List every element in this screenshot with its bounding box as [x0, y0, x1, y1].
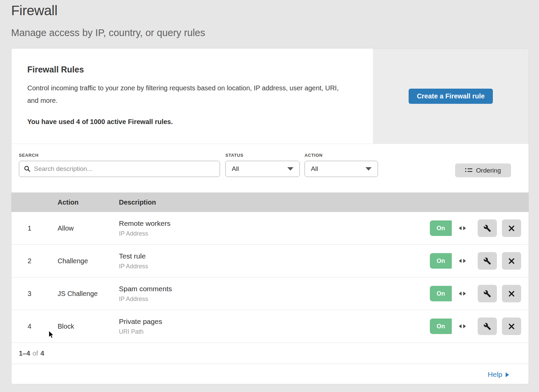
table-header-description: Description — [119, 199, 529, 206]
toggle-arrows-icon[interactable] — [452, 286, 473, 301]
ordering-button-label: Ordering — [476, 167, 501, 174]
pagination-of: of — [32, 350, 38, 357]
table-header: Action Description — [11, 192, 529, 212]
close-icon — [508, 225, 515, 232]
page-header: Firewall Manage access by IP, country, o… — [11, 3, 205, 38]
search-label: SEARCH — [19, 153, 39, 158]
edit-rule-button[interactable] — [478, 285, 497, 302]
intro-description: Control incoming traffic to your zone by… — [27, 82, 346, 107]
toggle-arrows-icon[interactable] — [452, 253, 473, 269]
rule-controls: On — [430, 310, 521, 342]
action-select-value: All — [311, 165, 318, 173]
wrench-icon — [483, 323, 491, 330]
rule-description: Private pages — [119, 318, 162, 326]
pagination-range: 1–4 — [19, 350, 30, 357]
toggle-on-segment[interactable]: On — [430, 319, 452, 334]
rule-match-type: IP Address — [119, 230, 170, 237]
rule-priority: 1 — [11, 224, 58, 232]
close-icon — [508, 290, 515, 297]
table-header-action: Action — [58, 199, 119, 206]
intro-heading: Firewall Rules — [27, 65, 357, 74]
rule-action: Challenge — [58, 257, 119, 265]
pagination: 1–4 of 4 — [11, 343, 529, 364]
rule-controls: On — [430, 212, 521, 244]
intro-section: Firewall Rules Control incoming traffic … — [11, 49, 529, 144]
search-input[interactable] — [34, 165, 215, 173]
edit-rule-button[interactable] — [478, 318, 497, 335]
edit-rule-button[interactable] — [478, 219, 497, 237]
create-rule-panel: Create a Firewall rule — [373, 49, 529, 144]
table-row: 4 Block Private pages URI Path On — [11, 310, 529, 343]
wrench-icon — [483, 257, 491, 265]
wrench-icon — [483, 290, 491, 298]
rule-enabled-toggle[interactable]: On — [430, 220, 473, 236]
status-select-value: All — [232, 165, 239, 173]
rule-description: Test rule — [119, 252, 148, 260]
delete-rule-button[interactable] — [502, 219, 521, 237]
toggle-arrows-icon[interactable] — [452, 220, 473, 236]
rule-enabled-toggle[interactable]: On — [430, 253, 473, 269]
help-link[interactable]: Help — [488, 370, 509, 379]
firewall-rules-card: Firewall Rules Control incoming traffic … — [11, 48, 529, 384]
toggle-on-segment[interactable]: On — [430, 220, 452, 236]
action-label: ACTION — [305, 153, 322, 158]
card-footer: Help — [11, 364, 529, 385]
page-title: Firewall — [11, 3, 205, 19]
rule-controls: On — [430, 277, 521, 310]
rule-controls: On — [430, 245, 521, 277]
pagination-total: 4 — [40, 350, 44, 357]
rule-match-type: URI Path — [119, 328, 162, 335]
delete-rule-button[interactable] — [502, 318, 521, 335]
delete-rule-button[interactable] — [502, 285, 521, 302]
help-link-label: Help — [488, 370, 502, 379]
chevron-down-icon — [366, 167, 372, 171]
rule-action: JS Challenge — [58, 290, 119, 298]
chevron-down-icon — [287, 167, 293, 171]
status-select[interactable]: All — [225, 161, 300, 177]
rule-priority: 3 — [11, 290, 58, 298]
close-icon — [508, 323, 515, 330]
rule-action: Allow — [58, 224, 119, 232]
create-firewall-rule-button[interactable]: Create a Firewall rule — [409, 89, 493, 104]
intro-usage-text: You have used 4 of 1000 active Firewall … — [27, 118, 357, 126]
rule-match-type: IP Address — [119, 263, 148, 270]
arrow-right-icon — [506, 372, 509, 377]
rule-description-cell: Remote workers IP Address — [119, 219, 170, 237]
rule-enabled-toggle[interactable]: On — [430, 319, 473, 334]
rule-priority: 4 — [11, 323, 58, 330]
rule-description-cell: Spam comments IP Address — [119, 285, 172, 303]
page-subtitle: Manage access by IP, country, or query r… — [11, 27, 205, 38]
toggle-on-segment[interactable]: On — [430, 253, 452, 269]
rule-description-cell: Test rule IP Address — [119, 252, 148, 270]
search-box[interactable] — [19, 161, 220, 177]
rule-enabled-toggle[interactable]: On — [430, 286, 473, 301]
status-label: STATUS — [225, 153, 244, 158]
intro-text: Firewall Rules Control incoming traffic … — [27, 65, 357, 126]
wrench-icon — [483, 224, 491, 232]
rule-action: Block — [58, 323, 119, 330]
table-row: 1 Allow Remote workers IP Address On — [11, 212, 529, 245]
toggle-on-segment[interactable]: On — [430, 286, 452, 301]
ordering-button[interactable]: Ordering — [455, 163, 511, 177]
rule-description: Spam comments — [119, 285, 172, 293]
filters-bar: SEARCH STATUS All ACTION All Orde — [11, 144, 529, 192]
close-icon — [508, 258, 515, 265]
delete-rule-button[interactable] — [502, 252, 521, 270]
rule-match-type: IP Address — [119, 296, 172, 303]
rule-description: Remote workers — [119, 219, 170, 228]
rule-description-cell: Private pages URI Path — [119, 318, 162, 335]
search-icon — [24, 165, 31, 172]
table-row: 3 JS Challenge Spam comments IP Address … — [11, 277, 529, 310]
edit-rule-button[interactable] — [478, 252, 497, 270]
toggle-arrows-icon[interactable] — [452, 319, 473, 334]
table-row: 2 Challenge Test rule IP Address On — [11, 245, 529, 277]
ordered-list-icon — [465, 168, 472, 173]
rule-priority: 2 — [11, 257, 58, 265]
action-select[interactable]: All — [305, 161, 378, 177]
